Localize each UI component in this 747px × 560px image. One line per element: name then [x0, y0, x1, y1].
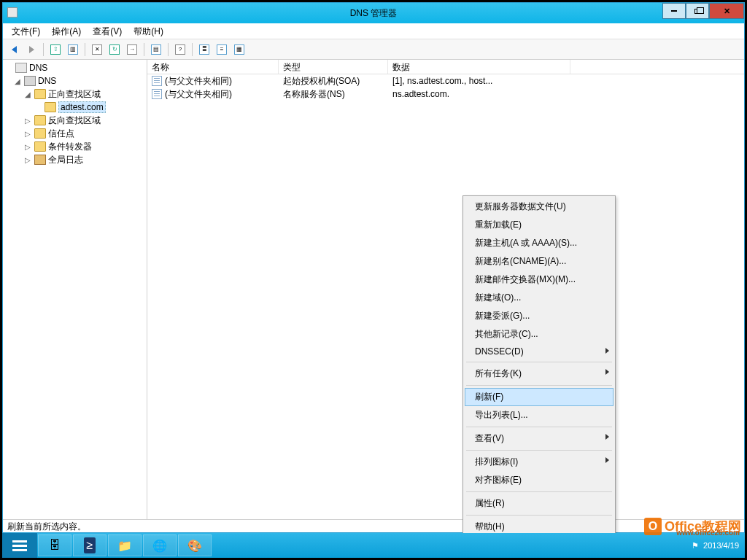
expander-icon[interactable]: ▷ — [23, 143, 32, 151]
dns-icon: 🌐 — [152, 539, 167, 553]
arrow-right-icon — [29, 46, 34, 53]
properties-icon: ▤ — [151, 44, 161, 55]
tree-label: 正向查找区域 — [48, 88, 101, 101]
folder-icon — [34, 89, 46, 99]
col-name[interactable]: 名称 — [147, 60, 279, 74]
record-icon — [152, 89, 162, 99]
tree-root-dns[interactable]: DNS — [3, 61, 147, 74]
back-button[interactable] — [6, 42, 22, 58]
cm-new-delegation[interactable]: 新建委派(G)... — [465, 307, 614, 325]
cm-update-server-file[interactable]: 更新服务器数据文件(U) — [465, 198, 614, 216]
folder-icon — [34, 115, 46, 125]
record-data: ns.adtest.com. — [388, 89, 570, 99]
tree-zone-adtest[interactable]: adtest.com — [3, 101, 147, 114]
record-type: 名称服务器(NS) — [279, 88, 388, 101]
cm-dnssec[interactable]: DNSSEC(D) — [465, 343, 614, 359]
cm-refresh[interactable]: 刷新(F) — [465, 388, 614, 406]
close-button[interactable]: ✕ — [709, 3, 744, 19]
folder-icon — [44, 102, 56, 112]
view-list-button[interactable]: ≣ — [196, 42, 212, 58]
watermark-url: www.office26.com — [676, 529, 740, 537]
dns-icon — [15, 63, 27, 73]
up-button[interactable]: ⇧ — [47, 42, 63, 58]
show-hide-button[interactable]: ▥ — [65, 42, 81, 58]
record-row[interactable]: (与父文件夹相同) 名称服务器(NS) ns.adtest.com. — [147, 88, 744, 101]
task-server-manager[interactable]: 🗄 — [38, 534, 71, 556]
help-button[interactable]: ? — [172, 42, 188, 58]
flag-icon[interactable]: ⚑ — [692, 541, 699, 551]
tree-panel[interactable]: DNS ◢ DNS ◢ 正向查找区域 adtest.com ▷ 反向查找区域 — [3, 60, 147, 519]
menu-action[interactable]: 操作(A) — [46, 23, 87, 39]
cm-reload[interactable]: 重新加载(E) — [465, 216, 614, 234]
chevron-right-icon — [605, 457, 609, 463]
view-large-button[interactable]: ▦ — [231, 42, 247, 58]
delete-button[interactable]: ✕ — [89, 42, 105, 58]
up-icon: ⇧ — [50, 44, 61, 55]
tree-global-log[interactable]: ▷ 全局日志 — [3, 153, 147, 166]
server-icon — [24, 76, 36, 86]
start-button[interactable] — [2, 533, 37, 558]
task-paint[interactable]: 🎨 — [178, 534, 212, 556]
record-type: 起始授权机构(SOA) — [279, 75, 388, 88]
record-data: [1], ns.adtest.com., host... — [388, 76, 570, 86]
list-body[interactable]: (与父文件夹相同) 起始授权机构(SOA) [1], ns.adtest.com… — [147, 74, 744, 101]
expander-icon[interactable]: ▷ — [23, 156, 32, 164]
cm-arrange-icons[interactable]: 排列图标(I) — [465, 453, 614, 471]
task-powershell[interactable]: ≥ — [73, 534, 107, 556]
expander-icon[interactable]: ▷ — [23, 130, 32, 138]
start-icon — [12, 545, 27, 547]
list-header: 名称 类型 数据 — [147, 60, 744, 74]
record-row[interactable]: (与父文件夹相同) 起始授权机构(SOA) [1], ns.adtest.com… — [147, 74, 744, 88]
content-area: DNS ◢ DNS ◢ 正向查找区域 adtest.com ▷ 反向查找区域 — [3, 60, 744, 519]
close-icon: ✕ — [724, 7, 730, 16]
cm-properties[interactable]: 属性(R) — [465, 494, 614, 513]
expander-icon[interactable]: ◢ — [13, 77, 22, 85]
tree-server-dns[interactable]: ◢ DNS — [3, 74, 147, 88]
titlebar[interactable]: DNS 管理器 ✕ — [3, 3, 744, 23]
powershell-icon: ≥ — [84, 537, 96, 553]
menu-file[interactable]: 文件(F) — [6, 23, 46, 39]
tree-label: 反向查找区域 — [48, 114, 101, 127]
cm-new-cname[interactable]: 新建别名(CNAME)(A)... — [465, 252, 614, 271]
menu-separator — [466, 385, 612, 386]
record-name: (与父文件夹相同) — [165, 76, 232, 86]
cm-new-host[interactable]: 新建主机(A 或 AAAA)(S)... — [465, 234, 614, 252]
task-dns-manager[interactable]: 🌐 — [143, 534, 177, 556]
help-icon: ? — [175, 44, 185, 55]
properties-button[interactable]: ▤ — [148, 42, 164, 58]
cm-new-mx[interactable]: 新建邮件交换器(MX)(M)... — [465, 271, 614, 289]
cm-other-new-records[interactable]: 其他新记录(C)... — [465, 325, 614, 343]
expander-icon[interactable]: ◢ — [23, 90, 32, 98]
menu-separator — [466, 491, 612, 492]
tree-label: DNS — [29, 63, 47, 73]
menu-view[interactable]: 查看(V) — [87, 23, 128, 39]
tree-label: 全局日志 — [48, 154, 83, 166]
tree-trust-points[interactable]: ▷ 信任点 — [3, 127, 147, 140]
refresh-button[interactable]: ↻ — [107, 42, 123, 58]
cm-view[interactable]: 查看(V) — [465, 429, 614, 448]
cm-new-domain[interactable]: 新建域(O)... — [465, 289, 614, 307]
minimize-button[interactable] — [662, 3, 686, 19]
chevron-right-icon — [605, 434, 609, 440]
folder-icon — [34, 128, 46, 139]
cm-export-list[interactable]: 导出列表(L)... — [465, 406, 614, 424]
export-button[interactable]: → — [124, 42, 140, 58]
menu-help[interactable]: 帮助(H) — [128, 23, 169, 39]
system-tray[interactable]: ⚑ 2013/4/19 — [686, 541, 745, 551]
cm-align-icons[interactable]: 对齐图标(E) — [465, 471, 614, 489]
restore-icon — [694, 9, 700, 14]
view-detail-button[interactable]: ≡ — [214, 42, 230, 58]
tree-conditional-forwarders[interactable]: ▷ 条件转发器 — [3, 140, 147, 153]
record-icon — [152, 76, 162, 86]
cm-all-tasks[interactable]: 所有任务(K) — [465, 365, 614, 383]
tree-reverse-zones[interactable]: ▷ 反向查找区域 — [3, 114, 147, 127]
maximize-button[interactable] — [686, 3, 709, 19]
detail-icon: ≡ — [217, 44, 227, 55]
col-type[interactable]: 类型 — [279, 60, 388, 74]
expander-icon[interactable]: ▷ — [23, 117, 32, 125]
col-data[interactable]: 数据 — [388, 60, 570, 74]
forward-button[interactable] — [23, 42, 39, 58]
task-explorer[interactable]: 📁 — [108, 534, 142, 556]
log-icon — [34, 155, 46, 165]
tree-forward-zones[interactable]: ◢ 正向查找区域 — [3, 88, 147, 101]
